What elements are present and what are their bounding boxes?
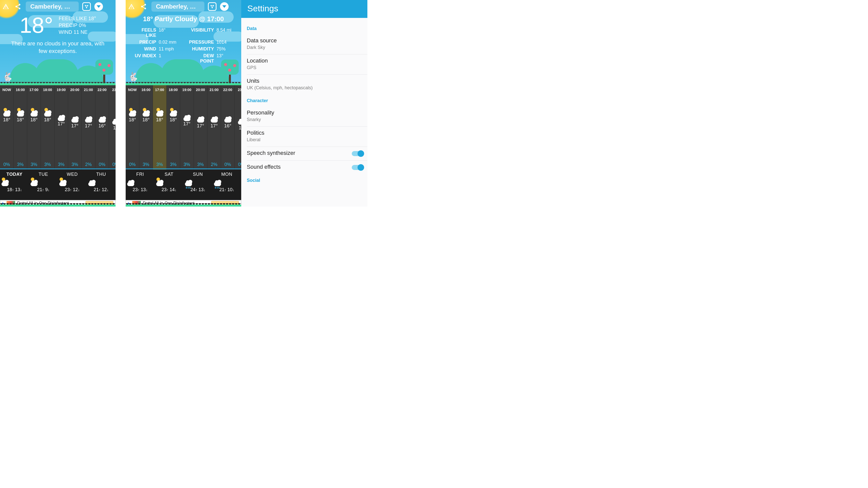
hour-column[interactable]: 20:0017°3% <box>194 85 208 170</box>
day-hilo: 23 14 <box>155 187 184 192</box>
character-bunny[interactable]: 🐇 <box>128 72 138 82</box>
stat-label: DEW POINT <box>188 53 214 64</box>
stat-value: 75% <box>217 46 236 52</box>
share-icon[interactable] <box>139 2 148 11</box>
hour-label: 18:00 <box>166 88 180 92</box>
hour-precip: 3% <box>166 162 180 167</box>
location-chip[interactable]: Camberley, United… <box>151 1 205 11</box>
setting-sound-effects[interactable]: Sound effects <box>247 161 367 174</box>
section-header-character: Character <box>247 98 367 103</box>
hour-column[interactable]: NOW18°0% <box>126 85 139 170</box>
share-icon[interactable] <box>13 2 22 11</box>
hour-column[interactable]: 23:0160% <box>109 85 116 170</box>
day-column[interactable]: SAT23 14 <box>155 170 184 200</box>
section-header-data: Data <box>247 26 367 31</box>
hour-precip: 0% <box>0 162 13 167</box>
stat-label: VISIBILITY <box>188 28 214 38</box>
day-column[interactable]: SUN24 13 <box>183 170 213 200</box>
setting-data-source[interactable]: Data source Dark Sky <box>247 34 367 55</box>
hour-column[interactable]: 16:0018°3% <box>13 85 27 170</box>
hour-column[interactable]: 16:0018°3% <box>139 85 153 170</box>
stat-value: 13° <box>217 53 236 64</box>
hour-column[interactable]: 22:0016°0% <box>95 85 109 170</box>
hour-temp: 17° <box>82 123 95 129</box>
toggle-on-icon[interactable] <box>352 165 363 170</box>
hour-column[interactable]: 18:0018°3% <box>166 85 180 170</box>
alert-icon[interactable] <box>127 2 136 11</box>
day-column[interactable]: TODAY18 13 <box>0 170 29 200</box>
day-column[interactable]: TUE21 9 <box>29 170 58 200</box>
hour-label: 16:00 <box>139 88 153 92</box>
stat-label: FEELS LIKE <box>131 28 156 38</box>
radar-button[interactable] <box>208 2 217 11</box>
hour-temp: 17° <box>180 121 193 127</box>
setting-politics[interactable]: Politics Liberal <box>247 127 367 147</box>
alert-icon[interactable] <box>1 2 10 11</box>
hour-precip: 0% <box>109 162 116 167</box>
hour-column[interactable]: 17:0018°3% <box>153 85 166 170</box>
sunny-icon <box>16 109 26 117</box>
detail-headline: 18° Partly Cloudy @ 17:00 <box>131 15 236 23</box>
hour-column[interactable]: 23:0160% <box>235 85 241 170</box>
stat-row: UV INDEX1 <box>131 53 178 64</box>
hour-column[interactable]: 21:0017°2% <box>82 85 95 170</box>
hour-label: 16:00 <box>13 88 27 92</box>
stat-value: 1 <box>159 53 178 64</box>
hour-label: 22:00 <box>221 88 235 92</box>
setting-personality[interactable]: Personality Snarky <box>247 106 367 127</box>
cloud-icon <box>209 115 219 123</box>
hour-column[interactable]: 21:0017°2% <box>208 85 221 170</box>
hour-column[interactable]: NOW18°0% <box>0 85 13 170</box>
hour-precip: 2% <box>82 162 95 167</box>
daily-forecast[interactable]: TODAY18 13TUE21 9WED23 12THU21 12 <box>0 170 116 200</box>
setting-units[interactable]: Units UK (Celsius, mph, hectopascals) <box>247 75 367 95</box>
sunny-icon <box>141 109 151 117</box>
hour-column[interactable]: 17:0018°3% <box>27 85 41 170</box>
hour-column[interactable]: 18:0018°3% <box>41 85 55 170</box>
grass-divider <box>0 83 116 85</box>
hour-column[interactable]: 22:0016°0% <box>221 85 235 170</box>
dropdown-button[interactable] <box>94 2 103 11</box>
section-header-social: Social <box>247 178 367 183</box>
settings-screen: Settings Data Data source Dark Sky Locat… <box>241 0 367 206</box>
day-hilo: 23 13 <box>126 187 155 192</box>
daily-forecast[interactable]: FRI23 13SAT23 14SUN24 13MON21 10 <box>126 170 241 200</box>
setting-speech-synth[interactable]: Speech synthesizer <box>247 147 367 161</box>
precip-line: PRECIP 0% <box>59 22 96 29</box>
day-label: SAT <box>155 172 184 177</box>
day-label: TUE <box>29 172 58 177</box>
hourly-forecast[interactable]: NOW18°0%16:0018°3%17:0018°3%18:0018°3%19… <box>0 85 116 170</box>
dropdown-button[interactable] <box>220 2 228 11</box>
sunny-icon <box>127 109 137 117</box>
hour-label: 17:00 <box>153 88 166 92</box>
hour-label: 21:00 <box>208 88 221 92</box>
hour-column[interactable]: 20:0017°3% <box>68 85 82 170</box>
hour-precip: 3% <box>41 162 54 167</box>
sky-scene: 🐇 Camberley, United… 18° <box>0 0 116 83</box>
hour-precip: 3% <box>13 162 27 167</box>
setting-location[interactable]: Location GPS <box>247 55 367 75</box>
stat-value: 11 mph <box>159 46 178 52</box>
cloud-icon <box>97 115 107 123</box>
character-bunny[interactable]: 🐇 <box>2 72 12 82</box>
hour-precip: 0% <box>235 162 241 167</box>
location-chip[interactable]: Camberley, United… <box>26 1 79 11</box>
day-column[interactable]: MON21 10 <box>213 170 242 200</box>
radar-button[interactable] <box>82 2 91 11</box>
sky-scene: 🐇 Camberley, United… 18° Partly Cloudy @… <box>126 0 241 83</box>
hour-temp: 17° <box>68 123 82 129</box>
day-column[interactable]: FRI23 13 <box>126 170 155 200</box>
cloud-icon <box>126 178 136 186</box>
hour-column[interactable]: 19:0017°3% <box>55 85 68 170</box>
day-column[interactable]: WED23 12 <box>58 170 87 200</box>
day-column[interactable]: THU21 12 <box>87 170 116 200</box>
hour-precip: 3% <box>68 162 82 167</box>
day-hilo: 21 9 <box>29 187 58 192</box>
hour-temp: 18° <box>0 117 13 123</box>
stat-value: 18° <box>159 28 178 38</box>
day-label: SUN <box>183 172 213 177</box>
stat-label: WIND <box>131 46 156 52</box>
toggle-on-icon[interactable] <box>352 151 363 156</box>
hourly-forecast[interactable]: NOW18°0%16:0018°3%17:0018°3%18:0018°3%19… <box>126 85 241 170</box>
hour-column[interactable]: 19:0017°3% <box>180 85 194 170</box>
